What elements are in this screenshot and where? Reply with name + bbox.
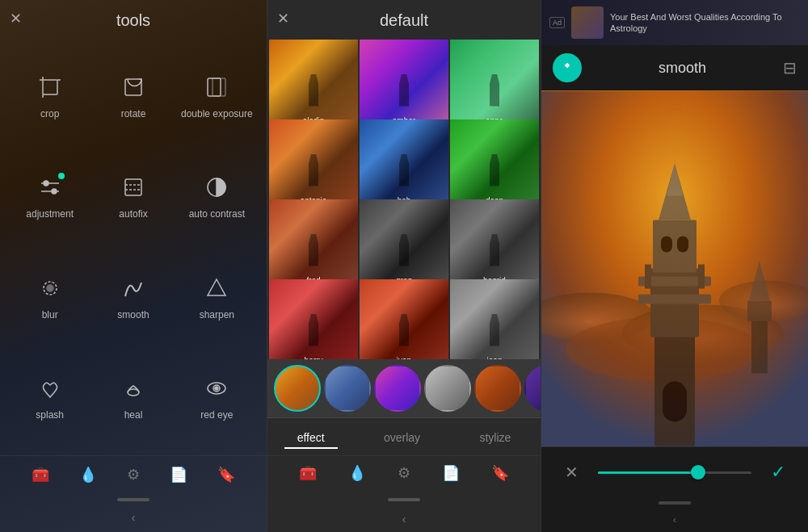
ad-badge: Ad [549,17,565,28]
filter-ivan-label: ivan [360,356,448,359]
tool-blur[interactable]: blur [8,247,91,347]
right-panel-title: smooth [582,60,783,77]
middle-bar-drop-icon[interactable]: 💧 [348,464,366,482]
right-bottom-controls: ✕ ✓ [541,446,808,497]
ad-text: Your Best And Worst Qualities According … [610,11,800,35]
right-nav-pill [659,501,691,505]
filter-aladin[interactable]: aladin [269,40,358,128]
adjustment-icon [36,173,65,202]
filter-ivan[interactable]: ivan [360,279,448,359]
middle-nav-pill [388,498,420,501]
strip-item-3[interactable] [424,365,471,412]
slider-thumb[interactable] [691,465,705,480]
tab-overlay[interactable]: overlay [371,428,433,449]
svg-point-17 [47,285,53,291]
svg-point-19 [128,389,139,396]
strip-item-1[interactable] [324,365,371,412]
tool-splash[interactable]: splash [8,347,91,447]
filter-antonio[interactable]: antonio [269,119,358,208]
svg-rect-12 [125,179,141,195]
filter-jean[interactable]: jean [450,279,539,359]
right-header: smooth ⊟ [541,45,808,90]
left-bottom-bar: 🧰 💧 ⚙ 📄 🔖 [0,455,267,493]
filter-grid: aladin amber anne antonio bob dean [267,38,541,359]
left-nav-pill [117,498,149,501]
filter-dean[interactable]: dean [450,119,539,208]
tool-adjustment[interactable]: adjustment [8,146,91,246]
filter-hagrid[interactable]: hagrid [450,199,539,288]
left-close-button[interactable]: ✕ [10,10,22,27]
tool-sharpen-label: sharpen [200,309,234,320]
left-panel: ✕ tools crop rotate double exposure [0,0,267,532]
strip-item-2[interactable] [374,365,421,412]
left-chevron[interactable]: ‹ [0,506,267,532]
filter-harry-label: harry [269,356,358,359]
svg-rect-7 [213,78,225,96]
left-bar-briefcase-icon[interactable]: 🧰 [32,466,49,484]
filter-amber[interactable]: amber [360,40,448,128]
middle-panel: ✕ default aladin amber anne antonio bob [267,0,541,532]
tool-rotate[interactable]: rotate [91,46,175,146]
tool-red-eye-label: red eye [200,409,233,421]
auto-contrast-icon [202,173,231,202]
middle-panel-title: default [267,0,541,38]
svg-rect-43 [541,91,808,446]
strip-item-5[interactable] [524,365,541,412]
tool-blur-label: blur [42,309,58,320]
tab-stylize[interactable]: stylize [466,428,524,449]
tool-heal-label: heal [124,409,143,421]
left-bar-drop-icon[interactable]: 💧 [79,466,97,484]
middle-chevron[interactable]: ‹ [267,509,541,532]
view-toggle-button[interactable]: ⊟ [783,58,797,77]
svg-point-10 [44,181,48,186]
middle-bar-file-icon[interactable]: 📄 [442,464,460,482]
blur-icon [36,274,65,303]
strip-item-0[interactable] [274,365,321,412]
middle-bar-bookmark-icon[interactable]: 🔖 [491,464,509,482]
tool-smooth-label: smooth [117,309,149,320]
right-chevron[interactable]: ‹ [541,511,808,532]
filter-jean-label: jean [450,356,539,359]
middle-close-button[interactable]: ✕ [277,10,289,27]
filter-strip [267,359,541,417]
left-bar-file-icon[interactable]: 📄 [170,466,187,484]
tool-adjustment-label: adjustment [26,208,74,220]
tool-heal[interactable]: heal [91,347,175,447]
filter-bob[interactable]: bob [360,119,448,208]
tool-sharpen[interactable]: sharpen [175,247,259,347]
svg-rect-6 [208,78,221,96]
tools-grid: crop rotate double exposure adjustment [0,38,267,455]
main-image-svg [541,90,808,446]
slider-track[interactable] [598,471,751,474]
slider-fill [598,471,698,474]
filter-tabs: effect overlay stylize [267,417,541,455]
filter-greg[interactable]: greg [360,199,448,288]
splash-icon [36,374,65,403]
tool-auto-contrast[interactable]: auto contrast [175,146,259,246]
filter-anne[interactable]: anne [450,40,539,128]
cancel-button[interactable]: ✕ [558,459,585,486]
tool-double-exposure[interactable]: double exposure [175,46,259,146]
middle-bar-gear-icon[interactable]: ⚙ [398,464,410,482]
tool-crop[interactable]: crop [8,46,91,146]
tab-effect[interactable]: effect [284,428,338,449]
tool-autofix[interactable]: autofix [91,146,175,246]
filter-harry[interactable]: harry [269,279,358,359]
strip-item-4[interactable] [474,365,521,412]
smooth-action-button[interactable] [553,53,582,82]
left-bar-gear-icon[interactable]: ⚙ [127,466,140,484]
tool-splash-label: splash [36,409,64,421]
double-exposure-icon [202,73,231,102]
filter-fred[interactable]: fred [269,199,358,288]
left-nav-indicator [0,493,267,506]
left-bar-bookmark-icon[interactable]: 🔖 [217,466,235,484]
tool-red-eye[interactable]: red eye [175,347,259,447]
middle-bar-briefcase-icon[interactable]: 🧰 [299,464,317,482]
confirm-button[interactable]: ✓ [764,459,792,486]
right-nav-indicator [541,497,808,511]
tool-smooth[interactable]: smooth [91,247,175,347]
main-image-canvas [541,90,808,446]
middle-nav-indicator [267,490,541,509]
adjustment-dot [58,173,65,179]
rotate-icon [119,73,148,102]
